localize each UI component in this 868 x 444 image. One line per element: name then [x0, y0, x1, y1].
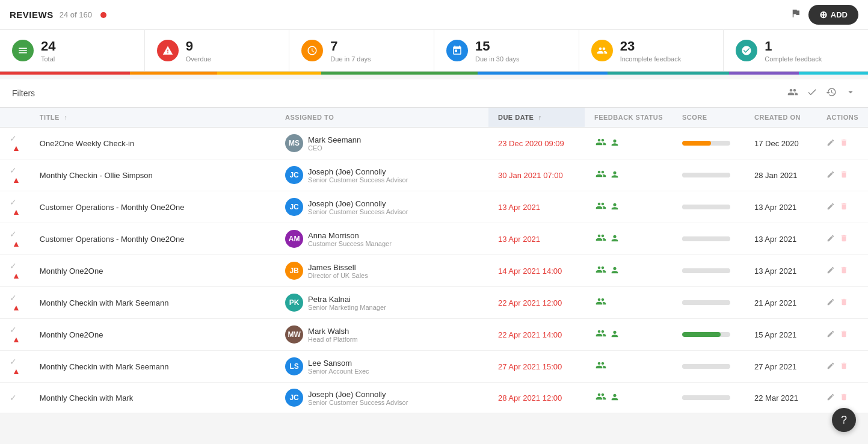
feedback-single-icon	[610, 329, 620, 341]
stat-total-info: 24 Total	[41, 39, 55, 63]
delete-button[interactable]	[840, 330, 848, 340]
edit-button[interactable]	[826, 202, 835, 212]
stat-overdue-info: 9 Overdue	[186, 39, 211, 63]
col-header-feedback[interactable]: FEEDBACK STATUS	[585, 108, 673, 128]
col-header-created[interactable]: CREATED ON	[745, 108, 817, 128]
edit-button[interactable]	[826, 266, 835, 276]
check-filter-button[interactable]	[807, 87, 817, 100]
col-header-assigned[interactable]: ASSIGNED TO	[275, 108, 488, 128]
row-due-3: 13 Apr 2021	[488, 223, 585, 255]
row-actions-4	[817, 255, 868, 287]
group-filter-button[interactable]	[787, 87, 798, 100]
delete-button[interactable]	[840, 298, 848, 308]
assigned-role: Senior Account Exec	[308, 368, 369, 375]
assigned-info: Joseph (Joe) Connolly Senior Customer Su…	[308, 167, 408, 183]
row-title-8: Monthly Checkin with Mark	[30, 383, 275, 413]
avatar: JC	[285, 198, 303, 216]
stat-due7[interactable]: 7 Due in 7 days	[289, 30, 434, 71]
due7-number: 7	[330, 39, 371, 54]
assigned-role: Director of UK Sales	[308, 272, 368, 279]
due7-icon	[301, 40, 323, 61]
delete-button[interactable]	[840, 170, 848, 180]
row-check-2[interactable]: ✓ ▲	[0, 191, 30, 223]
delete-button[interactable]	[840, 393, 848, 403]
action-icons	[826, 298, 858, 308]
col-header-score[interactable]: SCORE	[673, 108, 745, 128]
filters-label: Filters	[12, 88, 35, 98]
assigned-role: Senior Customer Success Advisor	[308, 399, 408, 406]
notification-dot	[100, 12, 106, 18]
col-header-title[interactable]: TITLE ↑	[30, 108, 275, 128]
table-row: ✓ ▲ Monthly One2One MW Mark Walsh Head o…	[0, 319, 868, 351]
edit-button[interactable]	[826, 330, 835, 340]
action-icons	[826, 362, 858, 372]
check-icon: ✓	[10, 357, 17, 366]
feedback-group-icon	[594, 200, 608, 214]
row-title-4: Monthly One2One	[30, 255, 275, 287]
edit-button[interactable]	[826, 298, 835, 308]
col-header-check	[0, 108, 30, 128]
expand-filter-button[interactable]	[845, 87, 856, 100]
stats-row: 24 Total 9 Overdue 7 Due in 7 days 15 Du…	[0, 30, 868, 72]
col-header-actions: ACTIONS	[817, 108, 868, 128]
row-created-0: 17 Dec 2020	[745, 128, 817, 159]
edit-button[interactable]	[826, 138, 835, 149]
stat-overdue[interactable]: 9 Overdue	[145, 30, 290, 71]
col-header-due-date[interactable]: DUE DATE ↑	[488, 108, 585, 128]
edit-button[interactable]	[826, 234, 835, 244]
stat-due30[interactable]: 15 Due in 30 days	[434, 30, 579, 71]
feedback-icons	[594, 391, 663, 405]
delete-button[interactable]	[840, 362, 848, 372]
delete-button[interactable]	[840, 138, 848, 149]
score-empty	[682, 205, 730, 209]
created-date: 21 Apr 2021	[754, 298, 796, 307]
delete-button[interactable]	[840, 234, 848, 244]
edit-button[interactable]	[826, 362, 835, 372]
stat-complete-info: 1 Complete feedback	[765, 39, 822, 63]
row-created-8: 22 Mar 2021	[745, 383, 817, 413]
assigned-info: Mark Walsh Head of Platform	[308, 327, 358, 343]
action-icons	[826, 202, 858, 212]
check-icon: ✓	[10, 165, 17, 175]
overdue-label: Overdue	[186, 55, 211, 63]
row-check-6[interactable]: ✓ ▲	[0, 319, 30, 351]
score-bar	[682, 395, 730, 400]
row-check-1[interactable]: ✓ ▲	[0, 159, 30, 191]
header-left: REVIEWS 24 of 160	[10, 10, 106, 20]
row-check-0[interactable]: ✓ ▲	[0, 128, 30, 159]
stat-incomplete[interactable]: 23 Incomplete feedback	[579, 30, 724, 71]
history-filter-button[interactable]	[826, 87, 837, 100]
edit-button[interactable]	[826, 170, 835, 180]
row-assigned-3: AM Anna Morrison Customer Success Manage…	[275, 223, 488, 255]
row-check-3[interactable]: ✓ ▲	[0, 223, 30, 255]
title-text: Customer Operations - Monthly One2One	[40, 203, 185, 212]
delete-button[interactable]	[840, 266, 848, 276]
progress-bar	[0, 72, 868, 75]
assigned-info: Mark Seemann CEO	[308, 135, 361, 152]
delete-button[interactable]	[840, 202, 848, 212]
header: REVIEWS 24 of 160 ⊕ ADD	[0, 0, 868, 30]
feedback-icons	[594, 360, 663, 374]
stat-complete[interactable]: 1 Complete feedback	[724, 30, 868, 71]
row-check-8[interactable]: ✓	[0, 383, 30, 413]
row-check-5[interactable]: ✓ ▲	[0, 287, 30, 319]
row-feedback-6	[585, 319, 673, 351]
row-due-7: 27 Apr 2021 15:00	[488, 351, 585, 383]
stat-total[interactable]: 24 Total	[0, 30, 145, 71]
row-check-4[interactable]: ✓ ▲	[0, 255, 30, 287]
check-icon: ✓	[10, 261, 17, 271]
table-row: ✓ ▲ Monthly Checkin with Mark Seemann LS…	[0, 351, 868, 383]
add-button[interactable]: ⊕ ADD	[808, 5, 858, 25]
title-sort-icon: ↑	[64, 114, 67, 121]
feedback-icons	[594, 168, 663, 182]
row-created-1: 28 Jan 2021	[745, 159, 817, 191]
edit-button[interactable]	[826, 393, 835, 403]
assigned-role: Senior Marketing Manager	[308, 304, 386, 311]
total-number: 24	[41, 39, 55, 54]
row-check-7[interactable]: ✓ ▲	[0, 351, 30, 383]
flag-button[interactable]	[790, 8, 801, 22]
row-score-3	[673, 223, 745, 255]
feedback-single-icon	[610, 138, 620, 149]
filters-row: Filters	[0, 79, 868, 108]
row-feedback-8	[585, 383, 673, 413]
